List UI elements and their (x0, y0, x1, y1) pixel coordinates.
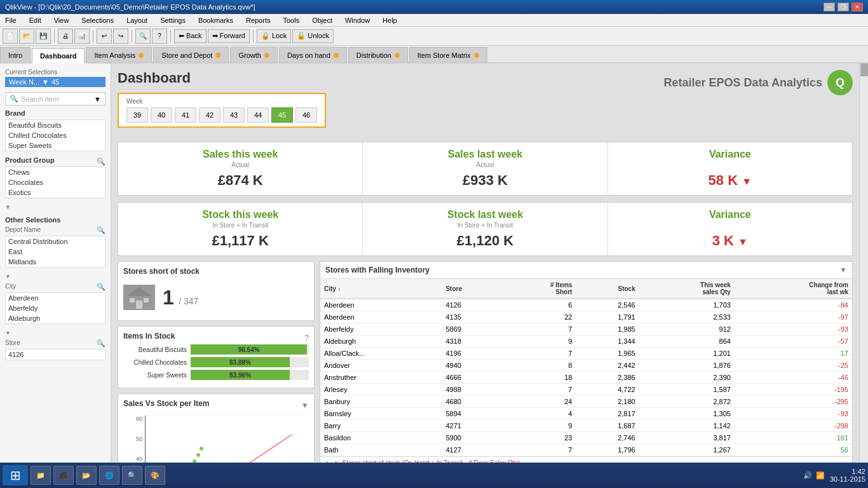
table-row[interactable]: Basildon 5900 23 2,746 3,817 101 (320, 432, 852, 444)
forward-btn[interactable]: ➡ Forward (208, 29, 250, 43)
col-change[interactable]: Change fromlast wk (735, 279, 852, 299)
city-aberfeldy[interactable]: Aberfeldy (6, 303, 105, 313)
tab-distribution[interactable]: Distribution (348, 47, 408, 62)
week-43[interactable]: 43 (223, 107, 245, 123)
new-button[interactable]: 📄 (3, 29, 18, 44)
depot-central[interactable]: Central Distribution (6, 236, 105, 247)
brand-item-beautiful-biscuits[interactable]: Beautiful Biscuits (6, 120, 105, 130)
right-scrollbar[interactable] (859, 64, 868, 473)
back-btn[interactable]: ⬅ Back (174, 29, 207, 43)
menu-tools[interactable]: Tools (280, 15, 302, 25)
table-row[interactable]: Aberfeldy 5869 7 1,985 912 -93 (320, 323, 852, 336)
taskbar-app1[interactable]: 🔍 (122, 466, 142, 485)
week-41[interactable]: 41 (175, 107, 196, 123)
y-40: 40 (136, 456, 142, 462)
depot-search-icon[interactable]: 🔍 (97, 226, 105, 234)
tab-store-depot[interactable]: Store and Depot (153, 47, 229, 62)
city-aberdeen[interactable]: Aberdeen (6, 293, 105, 303)
brand-item-chilled-chocolates[interactable]: Chilled Chocolates (6, 130, 105, 140)
table-row[interactable]: Aldeburgh 4318 9 1,344 864 -57 (320, 336, 852, 348)
tab-item-store-matrix[interactable]: Item Store Matrix (409, 47, 487, 62)
scrollbar-thumb[interactable] (860, 64, 868, 76)
product-group-chocolates[interactable]: Chocolates (6, 177, 105, 187)
tab-dashboard[interactable]: Dashboard (32, 48, 85, 64)
table-row[interactable]: Aberdeen 4135 22 1,791 2,533 -97 (320, 311, 852, 323)
close-button[interactable]: ✕ (851, 3, 863, 11)
redo-button[interactable]: ↪ (113, 29, 128, 44)
col-store[interactable]: Store (442, 279, 501, 299)
start-button[interactable]: ⊞ (3, 465, 28, 485)
menu-window[interactable]: Window (342, 15, 372, 25)
table-row[interactable]: Aberdeen 4126 6 2,546 1,703 -84 (320, 299, 852, 311)
table-row[interactable]: Arlesey 4988 7 4,722 1,587 -195 (320, 384, 852, 396)
tab-intro[interactable]: Intro (0, 47, 31, 62)
menu-view[interactable]: View (51, 15, 72, 25)
search-button[interactable]: 🔍 (135, 29, 151, 44)
col-city[interactable]: City ↕ (320, 279, 442, 299)
week-44[interactable]: 44 (247, 107, 269, 123)
menu-bookmarks[interactable]: Bookmarks (196, 15, 236, 25)
store-search-icon[interactable]: 🔍 (97, 339, 105, 348)
scatter-expand[interactable]: ▼ (301, 401, 309, 410)
depot-east[interactable]: East (6, 247, 105, 257)
taskbar-browser[interactable]: 🌐 (99, 466, 119, 485)
menu-edit[interactable]: Edit (27, 15, 44, 25)
help-button[interactable]: ? (152, 29, 167, 44)
week-46[interactable]: 46 (295, 107, 317, 123)
tab-days-on-hand[interactable]: Days on hand (279, 47, 347, 62)
tab-growth[interactable]: Growth (230, 47, 277, 62)
table-scroll[interactable]: City ↕ Store # ItemsShort Stock This wee… (320, 279, 852, 456)
col-items-short[interactable]: # ItemsShort (502, 279, 576, 299)
city-expand[interactable]: ▼ (5, 330, 11, 336)
table-row[interactable]: Andover 4940 8 2,442 1,876 -25 (320, 360, 852, 372)
brand-item-super-sweets[interactable]: Super Sweets (6, 140, 105, 151)
table-row[interactable]: Banbury 4680 24 2,180 2,872 -295 (320, 396, 852, 408)
menu-selections[interactable]: Selections (79, 15, 116, 25)
col-stock[interactable]: Stock (576, 279, 639, 299)
product-group-chews[interactable]: Chews (6, 167, 105, 177)
table-row[interactable]: Anstruther 4666 18 2,386 2,390 -46 (320, 372, 852, 384)
restore-button[interactable]: ❐ (837, 3, 849, 11)
week-39[interactable]: 39 (126, 107, 148, 123)
menu-object[interactable]: Object (309, 15, 335, 25)
table-expand[interactable]: ▼ (839, 266, 847, 274)
tab-item-analysis[interactable]: Item Analysis (86, 47, 152, 62)
week-42[interactable]: 42 (199, 107, 220, 123)
menu-file[interactable]: File (3, 15, 19, 25)
lock-btn[interactable]: 🔒 Lock (257, 29, 291, 43)
search-item-box[interactable]: 🔍 Search Item ▼ (5, 92, 105, 105)
col-sales-qty[interactable]: This weeksales Qty (639, 279, 735, 299)
product-group-search-icon[interactable]: 🔍 (97, 158, 105, 166)
open-button[interactable]: 📂 (19, 29, 34, 44)
table-row[interactable]: Bath 4127 7 1,796 1,267 56 (320, 444, 852, 456)
taskbar-cmd[interactable]: ⬛ (53, 466, 74, 485)
print-button[interactable]: 🖨 (58, 29, 73, 44)
taskbar-file-explorer[interactable]: 📁 (31, 466, 51, 485)
taskbar-folder[interactable]: 📂 (76, 466, 97, 485)
week-45[interactable]: 45 (271, 107, 293, 123)
week-selection[interactable]: Week N... ▼ 45 (5, 77, 105, 87)
store-4126[interactable]: 4126 (6, 349, 105, 360)
undo-button[interactable]: ↩ (97, 29, 112, 44)
save-button[interactable]: 💾 (36, 29, 51, 44)
dashboard-title: Dashboard (118, 70, 326, 86)
week-40[interactable]: 40 (151, 107, 172, 123)
taskbar-app2[interactable]: 🎨 (145, 466, 165, 485)
table-row[interactable]: Alloa/Clack... 4196 7 1,965 1,201 17 (320, 348, 852, 360)
product-group-exotics[interactable]: Exotics (6, 187, 105, 198)
depot-midlands[interactable]: Midlands (6, 257, 105, 267)
unlock-btn[interactable]: 🔓 Unlock (292, 29, 334, 43)
city-aldeburgh[interactable]: Aldeburgh (6, 313, 105, 323)
minimize-button[interactable]: ─ (824, 3, 835, 11)
items-in-stock-help[interactable]: ? (304, 334, 309, 342)
menu-layout[interactable]: Layout (124, 15, 150, 25)
menu-settings[interactable]: Settings (158, 15, 188, 25)
export-button[interactable]: 📊 (74, 29, 90, 44)
table-row[interactable]: Barnsley 5894 4 2,817 1,305 -93 (320, 408, 852, 420)
table-row[interactable]: Barry 4271 9 1,687 1,142 -298 (320, 420, 852, 432)
city-search-icon[interactable]: 🔍 (97, 283, 105, 291)
menu-help[interactable]: Help (380, 15, 400, 25)
product-group-expand[interactable]: ▼ (5, 204, 11, 210)
menu-reports[interactable]: Reports (243, 15, 273, 25)
depot-expand[interactable]: ▼ (5, 273, 11, 280)
